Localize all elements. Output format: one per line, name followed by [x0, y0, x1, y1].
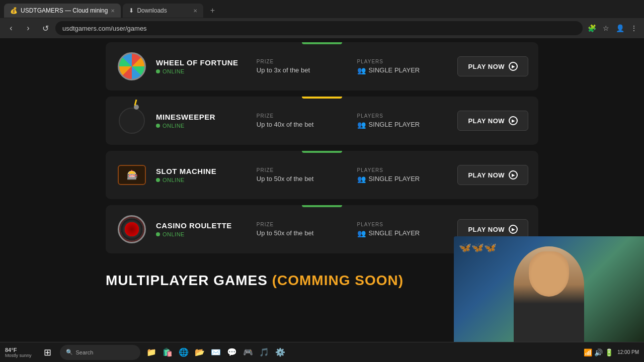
taskbar-icon-teams[interactable]: 💬	[225, 345, 239, 359]
game-status-minesweeper: ONLINE	[156, 123, 249, 129]
refresh-button[interactable]: ↺	[38, 21, 52, 35]
game-prize-wheel: PRIZE Up to 3x of the bet	[257, 59, 349, 74]
players-text-slot: SINGLE PLAYER	[369, 175, 420, 183]
slot-icon: 🎰	[118, 165, 146, 185]
players-label-minesweeper: PLAYERS	[357, 113, 450, 119]
game-card-wheel-of-fortune: WHEEL OF FORTUNE ONLINE PRIZE Up to 3x o…	[106, 42, 538, 90]
players-icon-wheel: 👥	[357, 66, 366, 74]
tab-favicon-1: 💰	[10, 7, 18, 14]
game-status-slot: ONLINE	[156, 177, 249, 183]
system-tray: 📶 🔊 🔋	[584, 348, 613, 356]
tray-battery-icon[interactable]: 🔋	[605, 348, 613, 356]
tray-network-icon[interactable]: 📶	[584, 348, 592, 356]
game-players-minesweeper: PLAYERS 👥 SINGLE PLAYER	[357, 113, 450, 129]
play-now-label-minesweeper: PLAY NOW	[468, 117, 505, 125]
taskbar-search[interactable]: 🔍 Search	[60, 345, 140, 360]
card-accent-roulette	[302, 205, 342, 207]
taskbar-icon-chrome[interactable]: 🌐	[177, 345, 191, 359]
settings-icon[interactable]: ⋮	[628, 22, 640, 34]
weather-desc: Mostly sunny	[5, 353, 32, 358]
play-icon-wheel: ▶	[509, 62, 518, 71]
players-label-wheel: PLAYERS	[357, 59, 450, 64]
start-button[interactable]: ⊞	[40, 344, 56, 360]
wheel-icon	[118, 52, 146, 80]
taskbar-icon-explorer[interactable]: 📂	[193, 345, 207, 359]
page-content: WHEEL OF FORTUNE ONLINE PRIZE Up to 3x o…	[0, 38, 644, 342]
forward-button[interactable]: ›	[21, 21, 35, 35]
webcam-overlay: 🦋🦋🦋	[454, 236, 644, 342]
prize-label-roulette: PRIZE	[257, 222, 349, 227]
games-section: WHEEL OF FORTUNE ONLINE PRIZE Up to 3x o…	[96, 38, 548, 267]
toolbar-icons: 🧩 ☆ 👤 ⋮	[586, 22, 640, 34]
new-tab-button[interactable]: +	[205, 4, 219, 18]
profile-icon[interactable]: 👤	[614, 22, 626, 34]
taskbar-icon-music[interactable]: 🎵	[257, 345, 271, 359]
game-info-wheel: WHEEL OF FORTUNE ONLINE	[156, 58, 249, 74]
game-status-roulette: ONLINE	[156, 231, 249, 237]
players-text-wheel: SINGLE PLAYER	[369, 66, 420, 74]
tab-bar: 💰 USDTGAMERS — Cloud mining ✕ ⬇ Download…	[0, 0, 644, 18]
address-bar-row: ‹ › ↺ 🧩 ☆ 👤 ⋮	[0, 18, 644, 38]
game-prize-minesweeper: PRIZE Up to 40x of the bet	[257, 113, 349, 128]
multiplayer-title-orange: (COMMING SOON)	[272, 273, 404, 288]
taskbar-right: 📶 🔊 🔋 12:00 PM	[584, 348, 639, 356]
tab-title-1: USDTGAMERS — Cloud mining	[21, 7, 108, 14]
person-silhouette	[514, 246, 584, 342]
game-card-minesweeper: MINESWEEPER ONLINE PRIZE Up to 40x of th…	[106, 97, 538, 145]
play-now-button-wheel[interactable]: PLAY NOW ▶	[457, 56, 528, 76]
address-input[interactable]	[55, 21, 583, 35]
game-players-slot: PLAYERS 👥 SINGLE PLAYER	[357, 167, 450, 183]
card-accent-slot	[302, 151, 342, 153]
players-icon-roulette: 👥	[357, 229, 366, 237]
status-dot-minesweeper	[156, 124, 160, 128]
roulette-icon	[118, 215, 146, 243]
back-button[interactable]: ‹	[4, 21, 18, 35]
prize-value-slot: Up to 50x of the bet	[257, 175, 349, 183]
weather-widget: 84°F Mostly sunny	[5, 347, 32, 358]
bookmark-icon[interactable]: ☆	[600, 22, 612, 34]
webcam-content: 🦋🦋🦋	[454, 236, 644, 342]
prize-label-minesweeper: PRIZE	[257, 113, 349, 119]
play-now-label-wheel: PLAY NOW	[468, 63, 505, 70]
browser-chrome: 💰 USDTGAMERS — Cloud mining ✕ ⬇ Download…	[0, 0, 644, 38]
tray-volume-icon[interactable]: 🔊	[594, 348, 603, 356]
webcam-background: 🦋🦋🦋	[454, 236, 644, 342]
play-icon-roulette: ▶	[509, 225, 518, 234]
tab-close-2[interactable]: ✕	[193, 8, 197, 14]
status-dot-roulette	[156, 232, 160, 236]
weather-temp: 84°F	[5, 347, 32, 353]
game-card-slot-machine: 🎰 SLOT MACHINE ONLINE PRIZE Up to 50x of…	[106, 151, 538, 199]
taskbar-icon-store[interactable]: 🛍️	[160, 345, 175, 359]
game-status-wheel: ONLINE	[156, 68, 249, 74]
players-value-wheel: 👥 SINGLE PLAYER	[357, 66, 450, 74]
tab-downloads[interactable]: ⬇ Downloads ✕	[123, 4, 203, 18]
game-info-minesweeper: MINESWEEPER ONLINE	[156, 113, 249, 129]
play-now-button-minesweeper[interactable]: PLAY NOW ▶	[457, 111, 528, 131]
status-dot-wheel	[156, 69, 160, 73]
game-icon-wrap-minesweeper	[116, 105, 148, 137]
tab-title-2: Downloads	[137, 7, 167, 14]
game-name-roulette: CASINO ROULETTE	[156, 221, 249, 230]
prize-label-wheel: PRIZE	[257, 59, 349, 64]
taskbar-icon-game[interactable]: 🎮	[241, 345, 255, 359]
status-text-minesweeper: ONLINE	[163, 123, 185, 129]
play-now-label-slot: PLAY NOW	[468, 171, 505, 179]
tab-close-1[interactable]: ✕	[111, 8, 115, 14]
play-now-button-slot[interactable]: PLAY NOW ▶	[457, 165, 528, 185]
players-label-roulette: PLAYERS	[357, 222, 450, 227]
players-text-minesweeper: SINGLE PLAYER	[369, 121, 420, 128]
taskbar-icon-files[interactable]: 📁	[144, 345, 158, 359]
prize-label-slot: PRIZE	[257, 167, 349, 173]
tab-usdtgamers[interactable]: 💰 USDTGAMERS — Cloud mining ✕	[4, 4, 121, 18]
status-dot-slot	[156, 178, 160, 182]
game-prize-roulette: PRIZE Up to 50x of the bet	[257, 222, 349, 237]
play-icon-minesweeper: ▶	[509, 116, 518, 125]
status-text-wheel: ONLINE	[163, 68, 185, 74]
taskbar-icon-settings[interactable]: ⚙️	[273, 345, 287, 359]
game-info-slot: SLOT MACHINE ONLINE	[156, 167, 249, 183]
play-now-label-roulette: PLAY NOW	[468, 226, 505, 233]
game-name-wheel: WHEEL OF FORTUNE	[156, 58, 249, 67]
extensions-icon[interactable]: 🧩	[586, 22, 598, 34]
multiplayer-title-white: MULTIPLAYER GAMES	[106, 273, 268, 288]
taskbar-icon-mail[interactable]: ✉️	[209, 345, 223, 359]
